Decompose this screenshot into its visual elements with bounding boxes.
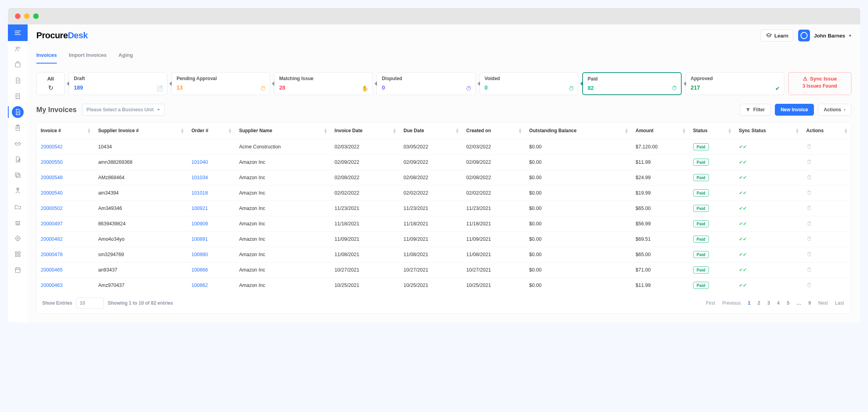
order-link[interactable]: 101040 [191, 159, 208, 165]
column-due-date[interactable]: Due Date▲▼ [399, 122, 462, 139]
column-supplier-invoice-[interactable]: Supplier Invoice #▲▼ [94, 122, 187, 139]
tab-aging[interactable]: Aging [118, 48, 133, 64]
delete-icon[interactable] [806, 206, 812, 212]
invoice-link[interactable]: 20000540 [41, 190, 63, 196]
sidebar-item-edit-doc[interactable] [8, 152, 28, 167]
order-link[interactable]: 101018 [191, 190, 208, 196]
due-date-cell: 03/05/2022 [399, 139, 462, 155]
reload-icon[interactable]: ↻ [41, 84, 60, 92]
order-link[interactable]: 101034 [191, 175, 208, 180]
sidebar-item-settings[interactable] [8, 230, 28, 246]
delete-icon[interactable] [806, 191, 812, 197]
invoice-link[interactable]: 20000542 [41, 144, 63, 150]
order-link[interactable]: 100866 [191, 267, 208, 273]
order-link[interactable]: 100921 [191, 206, 208, 211]
invoice-link[interactable]: 20000550 [41, 159, 63, 165]
status-card-draft[interactable]: Draft189📄 [69, 72, 167, 95]
sidebar-item-receipt[interactable] [8, 88, 28, 104]
invoice-link[interactable]: 20000548 [41, 175, 63, 180]
delete-icon[interactable] [806, 283, 812, 289]
page-9[interactable]: 9 [807, 300, 813, 307]
invoice-link[interactable]: 20000478 [41, 252, 63, 257]
user-menu[interactable]: John Barnes ▾ [798, 30, 851, 41]
new-invoice-button[interactable]: New Invoice [775, 104, 814, 116]
due-date-cell: 11/08/2021 [399, 247, 462, 262]
status-card-all[interactable]: All ↻ [36, 72, 65, 95]
sidebar-item-clipboard[interactable] [8, 120, 28, 136]
sidebar-item-document[interactable] [8, 73, 28, 88]
delete-icon[interactable] [806, 237, 812, 243]
page-3[interactable]: 3 [766, 300, 772, 307]
entries-input[interactable] [76, 298, 104, 309]
invoice-link[interactable]: 20000502 [41, 206, 63, 211]
invoice-link[interactable]: 20000463 [41, 283, 63, 288]
status-card-voided[interactable]: Voided0⏱ [480, 72, 578, 95]
delete-icon[interactable] [806, 176, 812, 181]
status-card-disputed[interactable]: Disputed0⏱ [377, 72, 475, 95]
menu-toggle[interactable] [8, 24, 28, 41]
delete-icon[interactable] [806, 268, 812, 273]
sort-icon: ▲▼ [392, 128, 396, 133]
column-supplier-name[interactable]: Supplier Name▲▼ [235, 122, 331, 139]
column-order-[interactable]: Order #▲▼ [187, 122, 235, 139]
column-sync-status[interactable]: Sync Status▲▼ [735, 122, 802, 139]
sidebar-item-copy[interactable] [8, 167, 28, 183]
invoice-link[interactable]: 20000482 [41, 236, 63, 242]
order-link[interactable]: 100891 [191, 236, 208, 242]
order-link[interactable]: 100880 [191, 252, 208, 257]
page-4[interactable]: 4 [776, 300, 782, 307]
page-1[interactable]: 1 [746, 300, 752, 307]
delete-icon[interactable] [806, 222, 812, 227]
column-status[interactable]: Status▲▼ [689, 122, 735, 139]
sidebar-item-supplier[interactable] [8, 183, 28, 199]
window-minimize-icon[interactable] [24, 13, 30, 19]
status-card-pending-approval[interactable]: Pending Approval13⏱ [171, 72, 270, 95]
actions-button[interactable]: Actions ▾ [818, 104, 851, 116]
window-close-icon[interactable] [15, 13, 21, 19]
order-link[interactable]: 100862 [191, 283, 208, 288]
tab-import-invoices[interactable]: Import Invoices [69, 48, 107, 64]
show-entries-label: Show Entries [42, 300, 72, 306]
page-next[interactable]: Next [817, 300, 830, 307]
sidebar-item-calendar[interactable] [8, 262, 28, 278]
column-invoice-[interactable]: Invoice #▲▼ [37, 122, 94, 139]
amount-cell: $56.99 [632, 216, 689, 232]
sidebar-item-folder[interactable] [8, 199, 28, 215]
status-card-approved[interactable]: Approved217✔ [686, 72, 784, 95]
column-amount[interactable]: Amount▲▼ [632, 122, 689, 139]
order-link[interactable]: 100909 [191, 221, 208, 227]
business-unit-select[interactable]: Please Select a Business Unit [82, 104, 165, 116]
delete-icon[interactable] [806, 160, 812, 166]
amount-cell: $69.51 [632, 232, 689, 247]
status-card-icon: ⏱ [466, 85, 471, 92]
column-created-on[interactable]: Created on▲▼ [462, 122, 525, 139]
learn-button[interactable]: Learn [761, 30, 793, 41]
sidebar-item-building[interactable] [8, 215, 28, 230]
sidebar-item-users[interactable] [8, 41, 28, 57]
sidebar-item-apps[interactable] [8, 246, 28, 262]
sidebar-item-invoices[interactable] [8, 104, 28, 120]
status-card-matching-issue[interactable]: Matching Issue28✋ [274, 72, 373, 95]
sidebar-item-cart[interactable] [8, 57, 28, 73]
sidebar-item-handshake[interactable] [8, 136, 28, 152]
window-zoom-icon[interactable] [33, 13, 39, 19]
page-prev[interactable]: Previous [721, 300, 742, 307]
page-5[interactable]: 5 [785, 300, 791, 307]
outstanding-cell: $0.00 [525, 155, 632, 170]
delete-icon[interactable] [806, 253, 812, 258]
delete-icon[interactable] [806, 145, 812, 150]
sync-issue-card[interactable]: ⚠ Sync Issue 3 Issues Found [788, 72, 851, 95]
invoice-link[interactable]: 20000497 [41, 221, 63, 227]
column-actions[interactable]: Actions▲▼ [802, 122, 851, 139]
status-card-paid[interactable]: Paid82⏱ [582, 72, 682, 95]
page-…[interactable]: … [795, 300, 803, 307]
tab-invoices[interactable]: Invoices [36, 48, 57, 64]
page-last[interactable]: Last [833, 300, 846, 307]
filter-button[interactable]: Filter [740, 104, 771, 116]
column-invoice-date[interactable]: Invoice Date▲▼ [331, 122, 400, 139]
invoice-link[interactable]: 20000465 [41, 267, 63, 273]
invoice-date-cell: 02/02/2022 [331, 185, 400, 201]
column-outstanding-balance[interactable]: Outstanding Balance▲▼ [525, 122, 632, 139]
page-2[interactable]: 2 [756, 300, 762, 307]
page-first[interactable]: First [704, 300, 716, 307]
